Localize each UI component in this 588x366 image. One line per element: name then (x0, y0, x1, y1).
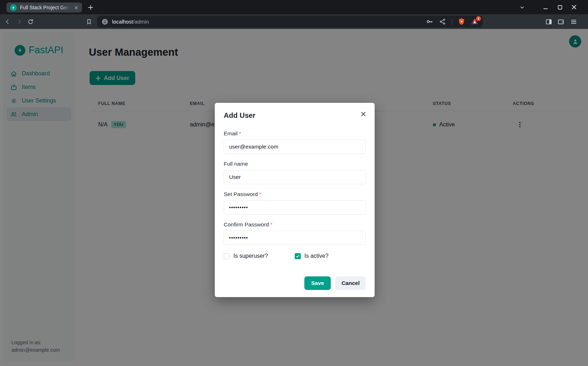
set-password-label: Set Password* (224, 191, 366, 197)
bookmark-icon[interactable] (86, 19, 92, 25)
email-field-group: Email* (224, 130, 366, 161)
maximize-button[interactable] (555, 2, 564, 12)
site-info-icon[interactable] (102, 19, 108, 25)
share-icon[interactable] (439, 18, 446, 25)
browser-chrome: Full Stack Project Genera (0, 0, 588, 29)
tab-strip: Full Stack Project Genera (0, 0, 588, 14)
browser-tab[interactable]: Full Stack Project Genera (6, 2, 82, 12)
tab-title: Full Stack Project Genera (20, 5, 72, 10)
confirm-password-label: Confirm Password* (224, 221, 366, 228)
modal-title: Add User (224, 111, 366, 120)
full-name-field[interactable] (224, 170, 366, 184)
email-label: Email* (224, 130, 366, 137)
window-controls (517, 0, 588, 14)
set-password-field-group: Set Password* (224, 191, 366, 221)
required-asterisk: * (239, 130, 241, 136)
close-window-button[interactable] (569, 2, 579, 12)
brave-rewards-icon[interactable]: 1 (471, 18, 478, 25)
modal-footer: Save Cancel (224, 276, 366, 290)
full-name-field-group: Full name (224, 161, 366, 191)
full-name-label: Full name (224, 161, 366, 167)
tab-close-icon[interactable] (72, 4, 80, 11)
url-bar[interactable]: localhost/admin 1 (97, 16, 483, 27)
page-viewport: FastAPI Dashboard Items User Settings (0, 29, 588, 366)
is-superuser-label: Is superuser? (233, 253, 268, 259)
url-host: localhost (112, 19, 133, 25)
save-button[interactable]: Save (304, 276, 331, 290)
menu-hamburger-icon[interactable] (570, 18, 577, 25)
set-password-field[interactable] (224, 200, 366, 215)
back-button[interactable] (4, 18, 11, 25)
confirm-password-field-group: Confirm Password* (224, 221, 366, 252)
new-tab-button[interactable] (87, 4, 95, 11)
tab-search-chevron-icon[interactable] (517, 2, 527, 12)
fastapi-favicon-icon (10, 4, 17, 11)
forward-button[interactable] (16, 18, 22, 25)
minimize-button[interactable] (541, 2, 550, 12)
confirm-password-field[interactable] (224, 231, 366, 245)
brave-shield-icon[interactable] (458, 18, 465, 25)
required-asterisk: * (270, 221, 273, 227)
is-superuser-checkbox[interactable]: Is superuser? (224, 253, 295, 259)
url-path: /admin (133, 19, 149, 25)
is-active-label: Is active? (304, 253, 329, 259)
modal-close-button[interactable] (358, 108, 369, 120)
cancel-button[interactable]: Cancel (335, 276, 366, 290)
required-asterisk: * (259, 191, 262, 197)
password-key-icon[interactable] (426, 18, 434, 25)
sidebar-toggle-icon[interactable] (545, 18, 552, 25)
toolbar-divider (452, 19, 452, 25)
checkbox-unchecked-icon (224, 253, 230, 259)
reload-button[interactable] (27, 18, 34, 25)
checkbox-row: Is superuser? Is active? (224, 253, 366, 259)
url-text: localhost/admin (112, 19, 149, 25)
checkbox-checked-icon (295, 253, 301, 259)
is-active-checkbox[interactable]: Is active? (295, 253, 366, 259)
wallet-icon[interactable] (557, 18, 564, 25)
rewards-count-badge: 1 (476, 16, 481, 21)
email-field[interactable] (224, 140, 366, 154)
add-user-modal: Add User Email* Full name Set Password* … (215, 103, 375, 297)
browser-toolbar: localhost/admin 1 (0, 14, 588, 29)
